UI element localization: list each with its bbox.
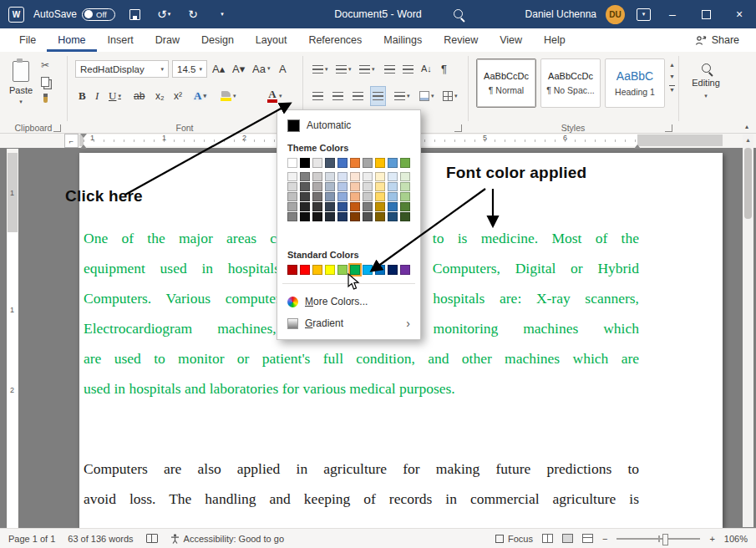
multilevel-caret-icon[interactable]: ▾ — [372, 66, 375, 73]
word-count[interactable]: 63 of 136 words — [68, 534, 133, 544]
read-mode-icon[interactable] — [542, 534, 553, 543]
sort-button[interactable]: A↓ — [419, 59, 434, 78]
color-swatch[interactable] — [388, 182, 398, 191]
numbering-caret-icon[interactable]: ▾ — [348, 66, 352, 73]
color-swatch[interactable] — [363, 212, 373, 221]
bullets-caret-icon[interactable]: ▾ — [325, 66, 328, 73]
color-swatch[interactable] — [375, 182, 385, 191]
bullets-button[interactable]: ▾ — [311, 60, 330, 79]
autosave-control[interactable]: AutoSave Off — [33, 8, 115, 21]
color-swatch[interactable] — [312, 265, 322, 275]
color-swatch[interactable] — [350, 265, 360, 275]
borders-button[interactable]: ▾ — [441, 87, 459, 105]
color-swatch[interactable] — [337, 158, 348, 168]
clear-formatting-button[interactable]: A — [277, 59, 288, 78]
color-swatch[interactable] — [400, 158, 410, 168]
highlight-color-button[interactable]: ▾ — [219, 87, 238, 105]
clipboard-dialog-launcher-icon[interactable] — [53, 124, 61, 132]
color-swatch[interactable] — [300, 182, 310, 191]
collapse-ribbon-icon[interactable]: ▴ — [745, 123, 748, 130]
color-swatch[interactable] — [325, 265, 335, 275]
search-icon[interactable] — [454, 9, 463, 21]
color-swatch[interactable] — [312, 202, 322, 211]
numbering-button[interactable]: ▾ — [334, 60, 353, 79]
multilevel-list-button[interactable]: ▾ — [358, 60, 377, 79]
tab-draw[interactable]: Draw — [145, 28, 190, 52]
style-card[interactable]: AaBbCcDc¶ No Spac... — [540, 58, 601, 108]
align-right-button[interactable] — [351, 87, 365, 105]
color-swatch[interactable] — [363, 192, 373, 201]
undo-button[interactable]: ↺▾ — [154, 8, 174, 20]
color-swatch[interactable] — [375, 158, 385, 168]
color-swatch[interactable] — [287, 158, 297, 168]
color-swatch[interactable] — [287, 212, 297, 221]
color-swatch[interactable] — [350, 158, 360, 168]
font-color-button[interactable]: A ▾ — [266, 87, 284, 105]
color-swatch[interactable] — [337, 202, 348, 211]
proofing-icon[interactable] — [146, 534, 158, 543]
line-spacing-button[interactable]: ▾ — [393, 87, 412, 105]
color-swatch[interactable] — [300, 265, 310, 275]
borders-caret-icon[interactable]: ▾ — [454, 93, 458, 99]
color-swatch[interactable] — [300, 158, 310, 168]
accessibility-status[interactable]: Accessibility: Good to go — [170, 534, 284, 544]
color-swatch[interactable] — [363, 172, 373, 181]
color-swatch[interactable] — [337, 172, 348, 181]
close-button[interactable]: × — [723, 0, 756, 28]
maximize-button[interactable] — [689, 0, 723, 28]
scrollbar-thumb[interactable] — [744, 148, 752, 219]
color-swatch[interactable] — [388, 158, 398, 168]
page-indicator[interactable]: Page 1 of 1 — [8, 534, 55, 544]
share-button[interactable]: Share — [688, 30, 746, 50]
zoom-in-button[interactable]: + — [709, 534, 714, 544]
color-swatch[interactable] — [375, 192, 385, 201]
print-layout-icon[interactable] — [562, 534, 573, 543]
color-swatch[interactable] — [300, 192, 310, 201]
color-swatch[interactable] — [325, 158, 335, 168]
zoom-slider-thumb[interactable] — [662, 534, 668, 545]
tab-view[interactable]: View — [489, 28, 533, 52]
styles-scroll-up-icon[interactable]: ▲ — [669, 62, 675, 68]
black-paragraph[interactable]: Computers are also applied in agricultur… — [84, 454, 639, 514]
color-swatch[interactable] — [325, 182, 335, 191]
minimize-button[interactable]: – — [656, 0, 689, 28]
highlight-caret-icon[interactable]: ▾ — [233, 93, 236, 99]
user-name[interactable]: Daniel Uchenna — [525, 8, 596, 20]
italic-button[interactable]: I — [94, 87, 100, 105]
color-swatch[interactable] — [350, 192, 360, 201]
styles-more-icon[interactable]: ▼ — [669, 85, 675, 93]
color-swatch[interactable] — [388, 172, 398, 181]
color-swatch[interactable] — [300, 172, 310, 181]
grow-font-button[interactable]: A▴ — [211, 59, 226, 78]
color-swatch[interactable] — [388, 212, 398, 221]
save-button[interactable] — [124, 9, 145, 20]
color-swatch[interactable] — [312, 158, 322, 168]
color-swatch[interactable] — [388, 202, 398, 211]
color-swatch[interactable] — [337, 182, 348, 191]
color-swatch[interactable] — [325, 202, 335, 211]
paste-button[interactable]: Paste ▾ — [6, 57, 36, 120]
gradient-option[interactable]: Gradient › — [277, 312, 420, 334]
color-swatch[interactable] — [375, 172, 385, 181]
bold-button[interactable]: B — [77, 87, 88, 105]
increase-indent-button[interactable] — [401, 60, 415, 79]
color-swatch[interactable] — [363, 158, 373, 168]
color-swatch[interactable] — [312, 182, 322, 191]
styles-dialog-launcher-icon[interactable] — [665, 124, 672, 132]
underline-button[interactable]: U▾ — [107, 87, 123, 105]
subscript-button[interactable]: x₂ — [154, 87, 166, 105]
zoom-slider[interactable] — [616, 538, 700, 540]
decrease-indent-button[interactable] — [383, 60, 397, 79]
tab-selector[interactable]: ⌐ — [64, 134, 79, 148]
style-card[interactable]: AaBbCcDc¶ Normal — [476, 58, 536, 108]
quick-access-caret-icon[interactable]: ▾ — [212, 8, 232, 20]
color-swatch[interactable] — [388, 192, 398, 201]
scroll-up-icon[interactable]: ▲ — [745, 134, 751, 143]
color-swatch[interactable] — [400, 192, 410, 201]
text-effects-caret-icon[interactable]: ▾ — [203, 93, 206, 99]
line-spacing-caret-icon[interactable]: ▾ — [407, 93, 410, 99]
strikethrough-button[interactable]: ab — [132, 87, 146, 105]
color-swatch[interactable] — [375, 265, 385, 275]
color-swatch[interactable] — [287, 172, 297, 181]
color-swatch[interactable] — [400, 172, 410, 181]
